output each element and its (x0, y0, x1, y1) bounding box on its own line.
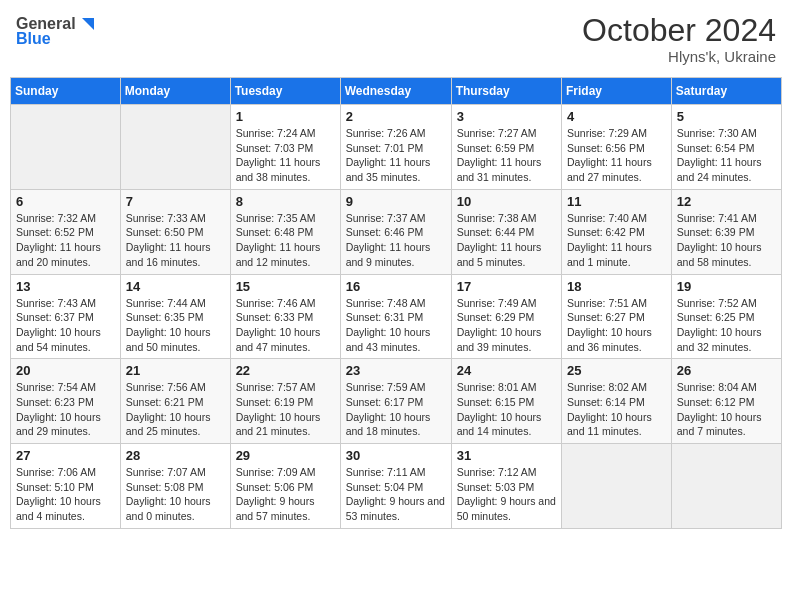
day-header-sunday: Sunday (11, 78, 121, 105)
day-number: 25 (567, 363, 666, 378)
day-info: Sunrise: 7:48 AMSunset: 6:31 PMDaylight:… (346, 296, 446, 355)
day-header-wednesday: Wednesday (340, 78, 451, 105)
calendar-cell: 21Sunrise: 7:56 AMSunset: 6:21 PMDayligh… (120, 359, 230, 444)
day-info: Sunrise: 8:04 AMSunset: 6:12 PMDaylight:… (677, 380, 776, 439)
day-info: Sunrise: 7:11 AMSunset: 5:04 PMDaylight:… (346, 465, 446, 524)
calendar-week-3: 13Sunrise: 7:43 AMSunset: 6:37 PMDayligh… (11, 274, 782, 359)
day-info: Sunrise: 7:56 AMSunset: 6:21 PMDaylight:… (126, 380, 225, 439)
day-info: Sunrise: 7:12 AMSunset: 5:03 PMDaylight:… (457, 465, 556, 524)
day-info: Sunrise: 7:26 AMSunset: 7:01 PMDaylight:… (346, 126, 446, 185)
day-number: 14 (126, 279, 225, 294)
calendar-cell (562, 444, 672, 529)
day-header-tuesday: Tuesday (230, 78, 340, 105)
day-number: 21 (126, 363, 225, 378)
calendar-cell: 17Sunrise: 7:49 AMSunset: 6:29 PMDayligh… (451, 274, 561, 359)
day-number: 2 (346, 109, 446, 124)
day-number: 3 (457, 109, 556, 124)
day-info: Sunrise: 7:59 AMSunset: 6:17 PMDaylight:… (346, 380, 446, 439)
logo-arrow-icon (78, 14, 98, 34)
day-info: Sunrise: 7:38 AMSunset: 6:44 PMDaylight:… (457, 211, 556, 270)
day-info: Sunrise: 7:09 AMSunset: 5:06 PMDaylight:… (236, 465, 335, 524)
day-info: Sunrise: 7:44 AMSunset: 6:35 PMDaylight:… (126, 296, 225, 355)
calendar-week-2: 6Sunrise: 7:32 AMSunset: 6:52 PMDaylight… (11, 189, 782, 274)
day-number: 1 (236, 109, 335, 124)
day-number: 15 (236, 279, 335, 294)
calendar-cell: 20Sunrise: 7:54 AMSunset: 6:23 PMDayligh… (11, 359, 121, 444)
day-info: Sunrise: 8:02 AMSunset: 6:14 PMDaylight:… (567, 380, 666, 439)
day-number: 6 (16, 194, 115, 209)
calendar-cell: 26Sunrise: 8:04 AMSunset: 6:12 PMDayligh… (671, 359, 781, 444)
day-number: 28 (126, 448, 225, 463)
day-info: Sunrise: 7:06 AMSunset: 5:10 PMDaylight:… (16, 465, 115, 524)
calendar-cell: 29Sunrise: 7:09 AMSunset: 5:06 PMDayligh… (230, 444, 340, 529)
day-info: Sunrise: 7:29 AMSunset: 6:56 PMDaylight:… (567, 126, 666, 185)
calendar-table: SundayMondayTuesdayWednesdayThursdayFrid… (10, 77, 782, 529)
day-info: Sunrise: 7:49 AMSunset: 6:29 PMDaylight:… (457, 296, 556, 355)
day-number: 26 (677, 363, 776, 378)
day-number: 16 (346, 279, 446, 294)
calendar-cell: 11Sunrise: 7:40 AMSunset: 6:42 PMDayligh… (562, 189, 672, 274)
day-header-friday: Friday (562, 78, 672, 105)
calendar-cell: 8Sunrise: 7:35 AMSunset: 6:48 PMDaylight… (230, 189, 340, 274)
day-info: Sunrise: 7:33 AMSunset: 6:50 PMDaylight:… (126, 211, 225, 270)
day-number: 17 (457, 279, 556, 294)
day-info: Sunrise: 7:24 AMSunset: 7:03 PMDaylight:… (236, 126, 335, 185)
day-number: 23 (346, 363, 446, 378)
calendar-cell: 12Sunrise: 7:41 AMSunset: 6:39 PMDayligh… (671, 189, 781, 274)
day-number: 10 (457, 194, 556, 209)
calendar-week-5: 27Sunrise: 7:06 AMSunset: 5:10 PMDayligh… (11, 444, 782, 529)
day-number: 24 (457, 363, 556, 378)
day-number: 29 (236, 448, 335, 463)
day-info: Sunrise: 7:37 AMSunset: 6:46 PMDaylight:… (346, 211, 446, 270)
day-info: Sunrise: 7:43 AMSunset: 6:37 PMDaylight:… (16, 296, 115, 355)
title-section: October 2024 Hlyns'k, Ukraine (582, 14, 776, 65)
day-info: Sunrise: 7:30 AMSunset: 6:54 PMDaylight:… (677, 126, 776, 185)
day-number: 12 (677, 194, 776, 209)
month-title: October 2024 (582, 14, 776, 46)
day-number: 30 (346, 448, 446, 463)
calendar-cell: 1Sunrise: 7:24 AMSunset: 7:03 PMDaylight… (230, 105, 340, 190)
day-number: 5 (677, 109, 776, 124)
day-info: Sunrise: 7:46 AMSunset: 6:33 PMDaylight:… (236, 296, 335, 355)
calendar-cell (671, 444, 781, 529)
calendar-cell: 18Sunrise: 7:51 AMSunset: 6:27 PMDayligh… (562, 274, 672, 359)
day-number: 9 (346, 194, 446, 209)
calendar-cell: 5Sunrise: 7:30 AMSunset: 6:54 PMDaylight… (671, 105, 781, 190)
day-info: Sunrise: 7:27 AMSunset: 6:59 PMDaylight:… (457, 126, 556, 185)
day-number: 31 (457, 448, 556, 463)
calendar-cell: 4Sunrise: 7:29 AMSunset: 6:56 PMDaylight… (562, 105, 672, 190)
day-info: Sunrise: 7:40 AMSunset: 6:42 PMDaylight:… (567, 211, 666, 270)
day-header-monday: Monday (120, 78, 230, 105)
calendar-cell: 14Sunrise: 7:44 AMSunset: 6:35 PMDayligh… (120, 274, 230, 359)
calendar-cell (11, 105, 121, 190)
calendar-header-row: SundayMondayTuesdayWednesdayThursdayFrid… (11, 78, 782, 105)
day-info: Sunrise: 7:51 AMSunset: 6:27 PMDaylight:… (567, 296, 666, 355)
calendar-cell: 27Sunrise: 7:06 AMSunset: 5:10 PMDayligh… (11, 444, 121, 529)
calendar-cell: 24Sunrise: 8:01 AMSunset: 6:15 PMDayligh… (451, 359, 561, 444)
day-number: 11 (567, 194, 666, 209)
day-header-saturday: Saturday (671, 78, 781, 105)
calendar-cell (120, 105, 230, 190)
day-info: Sunrise: 7:32 AMSunset: 6:52 PMDaylight:… (16, 211, 115, 270)
calendar-cell: 23Sunrise: 7:59 AMSunset: 6:17 PMDayligh… (340, 359, 451, 444)
day-header-thursday: Thursday (451, 78, 561, 105)
day-number: 13 (16, 279, 115, 294)
day-number: 7 (126, 194, 225, 209)
calendar-cell: 13Sunrise: 7:43 AMSunset: 6:37 PMDayligh… (11, 274, 121, 359)
day-number: 18 (567, 279, 666, 294)
calendar-cell: 22Sunrise: 7:57 AMSunset: 6:19 PMDayligh… (230, 359, 340, 444)
day-info: Sunrise: 7:54 AMSunset: 6:23 PMDaylight:… (16, 380, 115, 439)
page-header: General Blue October 2024 Hlyns'k, Ukrai… (10, 10, 782, 69)
calendar-week-4: 20Sunrise: 7:54 AMSunset: 6:23 PMDayligh… (11, 359, 782, 444)
day-number: 8 (236, 194, 335, 209)
calendar-cell: 15Sunrise: 7:46 AMSunset: 6:33 PMDayligh… (230, 274, 340, 359)
logo-blue-text: Blue (16, 30, 51, 48)
day-info: Sunrise: 7:07 AMSunset: 5:08 PMDaylight:… (126, 465, 225, 524)
logo: General Blue (16, 14, 98, 48)
calendar-cell: 31Sunrise: 7:12 AMSunset: 5:03 PMDayligh… (451, 444, 561, 529)
calendar-cell: 10Sunrise: 7:38 AMSunset: 6:44 PMDayligh… (451, 189, 561, 274)
day-number: 4 (567, 109, 666, 124)
calendar-cell: 19Sunrise: 7:52 AMSunset: 6:25 PMDayligh… (671, 274, 781, 359)
calendar-cell: 3Sunrise: 7:27 AMSunset: 6:59 PMDaylight… (451, 105, 561, 190)
calendar-cell: 16Sunrise: 7:48 AMSunset: 6:31 PMDayligh… (340, 274, 451, 359)
